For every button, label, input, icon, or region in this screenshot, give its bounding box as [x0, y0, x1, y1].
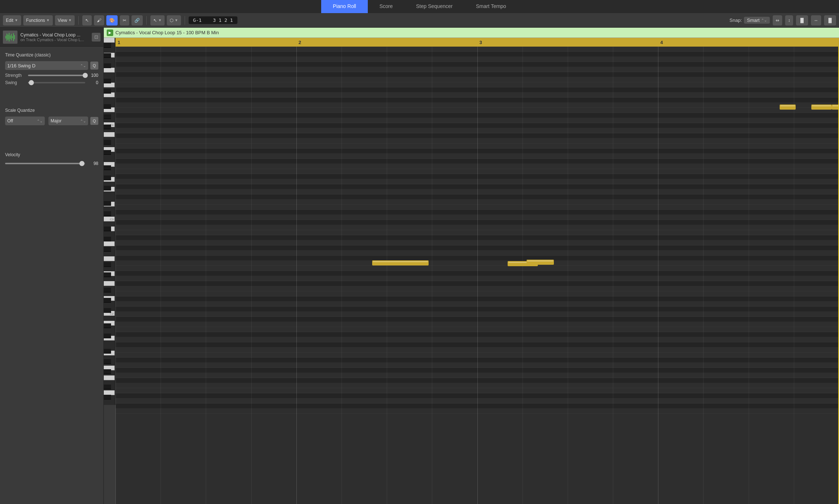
- piano-key-black[interactable]: [104, 150, 111, 155]
- piano-key-black[interactable]: [104, 272, 111, 277]
- zoom-fit-button[interactable]: ⇔: [773, 15, 782, 25]
- piano-key-white[interactable]: [104, 132, 115, 137]
- piano-key-black[interactable]: [104, 288, 111, 292]
- strength-row: Strength 100: [5, 73, 98, 78]
- grid-vline-beat: [206, 47, 206, 504]
- grid-vline-beat: [568, 47, 568, 504]
- tab-score[interactable]: Score: [368, 0, 405, 13]
- grid-vline-beat: [432, 47, 432, 504]
- piano-key-black[interactable]: [104, 349, 111, 354]
- snap-value-selector[interactable]: Smart ⌃⌄: [744, 17, 770, 24]
- scale-type-select[interactable]: Major ⌃⌄: [48, 117, 88, 125]
- velocity-slider[interactable]: [5, 163, 85, 164]
- region-expand-button[interactable]: ⊡: [92, 33, 101, 42]
- velocity-thumb[interactable]: [79, 161, 84, 166]
- ruler-tick: 3: [477, 38, 482, 47]
- quantize-value: 1/16 Swing D: [7, 63, 35, 68]
- swing-slider[interactable]: [28, 82, 85, 83]
- piano-key-black[interactable]: [104, 359, 111, 364]
- midi-note[interactable]: [780, 105, 796, 110]
- midi-note[interactable]: [527, 260, 554, 265]
- piano-key-black[interactable]: [104, 262, 111, 267]
- grid-vline-beat: [794, 47, 794, 504]
- level-icon-left[interactable]: ▐▌: [796, 15, 808, 25]
- piano-key-white[interactable]: [104, 375, 115, 380]
- scale-quantize-row: Off ⌃⌄ Major ⌃⌄ Q: [5, 117, 98, 125]
- tab-step-sequencer[interactable]: Step Sequencer: [405, 0, 464, 13]
- piano-key-black[interactable]: [104, 186, 111, 190]
- piano-key-black[interactable]: [104, 237, 111, 241]
- grid-area[interactable]: [115, 47, 839, 504]
- midi-note[interactable]: [811, 105, 832, 110]
- piano-key-black[interactable]: [104, 227, 111, 231]
- swing-value: 0: [88, 80, 98, 85]
- tab-smart-tempo[interactable]: Smart Tempo: [464, 0, 518, 13]
- piano-key-white[interactable]: [104, 241, 115, 246]
- region-play-button[interactable]: ▶: [107, 29, 113, 36]
- timeline-ruler: 1234: [115, 38, 839, 47]
- edit-menu-button[interactable]: Edit ▼: [3, 15, 21, 25]
- piano-key-black[interactable]: [104, 43, 111, 48]
- piano-key-white[interactable]: [104, 68, 115, 72]
- piano-key-black[interactable]: [104, 114, 111, 119]
- piano-key-white[interactable]: [104, 38, 115, 43]
- piano-keys[interactable]: C4C3C2C1C0C-1: [104, 38, 115, 405]
- level-icon-right[interactable]: ▐▌: [824, 15, 836, 25]
- toolbar-right: Snap: Smart ⌃⌄ ⇔ ↕ ▐▌ ↔ ▐▌: [729, 15, 836, 25]
- transform-tool-button[interactable]: ⬡ ▼: [167, 15, 181, 25]
- piano-key-black[interactable]: [104, 140, 111, 145]
- piano-key-black[interactable]: [104, 201, 111, 206]
- scale-quantize-button[interactable]: Q: [90, 117, 98, 125]
- piano-key-black[interactable]: [104, 89, 111, 94]
- strength-value: 100: [88, 73, 98, 78]
- waveform-bar: [12, 36, 13, 38]
- glue-tool-button[interactable]: 🔗: [131, 15, 143, 25]
- piano-key-black[interactable]: [104, 385, 111, 389]
- piano-key-black[interactable]: [104, 176, 111, 180]
- piano-key-black[interactable]: [104, 395, 111, 399]
- piano-key-white[interactable]: C3: [104, 217, 115, 221]
- functions-menu-button[interactable]: Functions ▼: [23, 15, 53, 25]
- piano-key-black[interactable]: [104, 211, 111, 216]
- scale-off-select[interactable]: Off ⌃⌄: [5, 117, 45, 125]
- strength-slider[interactable]: [28, 75, 85, 76]
- piano-key-black[interactable]: [104, 369, 111, 374]
- transform-chevron: ▼: [174, 18, 178, 22]
- midi-note[interactable]: [372, 260, 429, 265]
- view-menu-button[interactable]: View ▼: [55, 15, 75, 25]
- tab-piano-roll[interactable]: Piano Roll: [321, 0, 368, 13]
- strength-thumb[interactable]: [83, 73, 88, 78]
- ruler-tick: 4: [658, 38, 663, 47]
- zoom-vertical-button[interactable]: ↕: [785, 15, 793, 25]
- piano-key-black[interactable]: [104, 334, 111, 338]
- piano-key-black[interactable]: [104, 79, 111, 83]
- piano-key-black[interactable]: [104, 53, 111, 58]
- color-icon: 🎨: [109, 18, 115, 23]
- swing-thumb[interactable]: [29, 80, 34, 85]
- note-inner: [812, 105, 831, 106]
- select-tool-button[interactable]: ↖ ▼: [150, 15, 165, 25]
- waveform-bar: [11, 34, 12, 40]
- piano-key-black[interactable]: [104, 298, 111, 303]
- piano-key-black[interactable]: [104, 165, 111, 170]
- piano-key-black[interactable]: [104, 247, 111, 252]
- quantize-button[interactable]: Q: [90, 62, 98, 70]
- spread-button[interactable]: ↔: [811, 15, 821, 25]
- expand-icon: ⊡: [94, 34, 98, 40]
- quantize-select[interactable]: 1/16 Swing D ⌃⌄: [5, 61, 88, 70]
- grid-vline-beat: [613, 47, 613, 504]
- pointer-tool-button[interactable]: ↖: [82, 15, 92, 25]
- grid-container: C4C3C2C1C0C-1 1234: [104, 38, 839, 504]
- color-tool-button[interactable]: 🎨: [106, 15, 118, 25]
- zoom-vertical-icon: ↕: [788, 18, 790, 23]
- level-icon: ▐▌: [827, 18, 833, 23]
- brush-group-button[interactable]: 🖌: [94, 15, 104, 25]
- piano-key-black[interactable]: [104, 63, 111, 68]
- piano-key-white[interactable]: [104, 256, 115, 261]
- piano-key-black[interactable]: [104, 104, 111, 109]
- piano-key-black[interactable]: [104, 308, 111, 313]
- piano-key-white[interactable]: [104, 281, 115, 286]
- scissors-tool-button[interactable]: ✂: [120, 15, 129, 25]
- piano-key-black[interactable]: [104, 125, 111, 129]
- piano-key-black[interactable]: [104, 323, 111, 328]
